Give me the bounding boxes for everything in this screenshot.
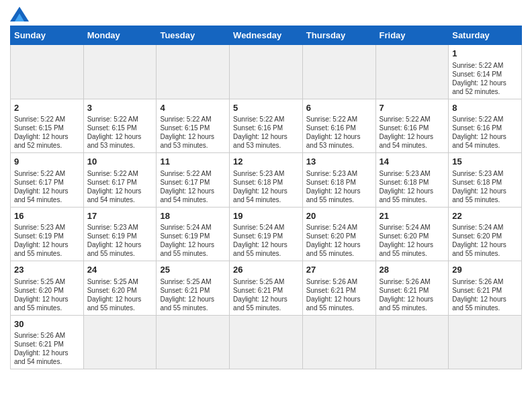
day-info: Sunrise: 5:22 AM Sunset: 6:17 PM Dayligh… [14,169,80,204]
calendar-cell: 11Sunrise: 5:22 AM Sunset: 6:17 PM Dayli… [157,153,230,208]
day-number: 27 [306,264,372,276]
day-number: 29 [452,264,518,276]
day-info: Sunrise: 5:24 AM Sunset: 6:20 PM Dayligh… [452,223,518,258]
day-info: Sunrise: 5:23 AM Sunset: 6:18 PM Dayligh… [233,169,299,204]
day-number: 2 [14,102,80,114]
calendar-cell: 17Sunrise: 5:23 AM Sunset: 6:19 PM Dayli… [83,207,157,261]
day-number: 30 [14,318,80,330]
day-info: Sunrise: 5:24 AM Sunset: 6:19 PM Dayligh… [160,223,226,258]
calendar-cell: 23Sunrise: 5:25 AM Sunset: 6:20 PM Dayli… [11,261,84,316]
day-info: Sunrise: 5:24 AM Sunset: 6:19 PM Dayligh… [233,223,299,258]
calendar-week-row: 30Sunrise: 5:26 AM Sunset: 6:21 PM Dayli… [11,315,522,369]
day-info: Sunrise: 5:23 AM Sunset: 6:19 PM Dayligh… [87,223,153,258]
calendar-cell: 10Sunrise: 5:22 AM Sunset: 6:17 PM Dayli… [83,153,157,208]
day-info: Sunrise: 5:25 AM Sunset: 6:21 PM Dayligh… [160,277,226,312]
calendar-cell [157,315,230,369]
day-number: 17 [87,210,153,222]
calendar-cell: 5Sunrise: 5:22 AM Sunset: 6:16 PM Daylig… [230,99,303,153]
calendar-cell: 24Sunrise: 5:25 AM Sunset: 6:20 PM Dayli… [83,261,157,316]
day-number: 16 [14,210,80,222]
day-info: Sunrise: 5:22 AM Sunset: 6:17 PM Dayligh… [87,169,153,204]
calendar-cell [302,315,375,369]
day-info: Sunrise: 5:26 AM Sunset: 6:21 PM Dayligh… [306,277,372,312]
day-info: Sunrise: 5:22 AM Sunset: 6:16 PM Dayligh… [452,115,518,150]
day-info: Sunrise: 5:22 AM Sunset: 6:15 PM Dayligh… [160,115,226,150]
day-number: 13 [306,156,372,168]
calendar-cell: 19Sunrise: 5:24 AM Sunset: 6:19 PM Dayli… [230,207,303,261]
calendar-header-row: SundayMondayTuesdayWednesdayThursdayFrid… [11,26,522,45]
calendar-cell: 15Sunrise: 5:23 AM Sunset: 6:18 PM Dayli… [449,153,522,208]
calendar-cell [157,45,230,99]
day-info: Sunrise: 5:23 AM Sunset: 6:18 PM Dayligh… [306,169,372,204]
weekday-header-thursday: Thursday [302,26,375,45]
day-number: 26 [233,264,299,276]
day-number: 7 [380,102,445,114]
day-info: Sunrise: 5:23 AM Sunset: 6:18 PM Dayligh… [380,169,445,204]
calendar-cell: 21Sunrise: 5:24 AM Sunset: 6:20 PM Dayli… [375,207,449,261]
calendar-cell: 18Sunrise: 5:24 AM Sunset: 6:19 PM Dayli… [157,207,230,261]
day-info: Sunrise: 5:22 AM Sunset: 6:16 PM Dayligh… [306,115,372,150]
calendar-cell: 20Sunrise: 5:24 AM Sunset: 6:20 PM Dayli… [302,207,375,261]
day-number: 15 [452,156,518,168]
weekday-header-wednesday: Wednesday [230,26,303,45]
day-info: Sunrise: 5:22 AM Sunset: 6:15 PM Dayligh… [14,115,80,150]
weekday-header-monday: Monday [83,26,157,45]
weekday-header-saturday: Saturday [449,26,522,45]
calendar-cell: 12Sunrise: 5:23 AM Sunset: 6:18 PM Dayli… [230,153,303,208]
day-info: Sunrise: 5:22 AM Sunset: 6:17 PM Dayligh… [160,169,226,204]
day-number: 3 [87,102,153,114]
calendar-cell [83,45,157,99]
day-number: 22 [452,210,518,222]
day-info: Sunrise: 5:22 AM Sunset: 6:14 PM Dayligh… [452,61,518,96]
calendar-cell [302,45,375,99]
calendar-cell: 22Sunrise: 5:24 AM Sunset: 6:20 PM Dayli… [449,207,522,261]
calendar-week-row: 9Sunrise: 5:22 AM Sunset: 6:17 PM Daylig… [11,153,522,208]
day-number: 8 [452,102,518,114]
weekday-header-sunday: Sunday [11,26,84,45]
calendar-cell: 2Sunrise: 5:22 AM Sunset: 6:15 PM Daylig… [11,99,84,153]
day-info: Sunrise: 5:22 AM Sunset: 6:16 PM Dayligh… [380,115,445,150]
day-info: Sunrise: 5:25 AM Sunset: 6:20 PM Dayligh… [14,277,80,312]
day-number: 19 [233,210,299,222]
generalblue-logo-icon [10,7,29,21]
calendar-cell: 3Sunrise: 5:22 AM Sunset: 6:15 PM Daylig… [83,99,157,153]
calendar-cell: 6Sunrise: 5:22 AM Sunset: 6:16 PM Daylig… [302,99,375,153]
weekday-header-friday: Friday [375,26,449,45]
day-number: 18 [160,210,226,222]
day-number: 25 [160,264,226,276]
calendar-cell: 28Sunrise: 5:26 AM Sunset: 6:21 PM Dayli… [375,261,449,316]
day-info: Sunrise: 5:26 AM Sunset: 6:21 PM Dayligh… [14,331,80,366]
day-info: Sunrise: 5:22 AM Sunset: 6:16 PM Dayligh… [233,115,299,150]
calendar-cell: 9Sunrise: 5:22 AM Sunset: 6:17 PM Daylig… [11,153,84,208]
day-number: 6 [306,102,372,114]
calendar-week-row: 23Sunrise: 5:25 AM Sunset: 6:20 PM Dayli… [11,261,522,316]
day-number: 28 [380,264,445,276]
calendar-cell: 7Sunrise: 5:22 AM Sunset: 6:16 PM Daylig… [375,99,449,153]
calendar-cell [375,45,449,99]
calendar-cell [230,45,303,99]
calendar-cell: 8Sunrise: 5:22 AM Sunset: 6:16 PM Daylig… [449,99,522,153]
day-info: Sunrise: 5:22 AM Sunset: 6:15 PM Dayligh… [87,115,153,150]
day-number: 12 [233,156,299,168]
calendar-cell [83,315,157,369]
calendar-cell [375,315,449,369]
day-info: Sunrise: 5:26 AM Sunset: 6:21 PM Dayligh… [380,277,445,312]
day-number: 21 [380,210,445,222]
day-number: 20 [306,210,372,222]
day-info: Sunrise: 5:25 AM Sunset: 6:21 PM Dayligh… [233,277,299,312]
day-number: 24 [87,264,153,276]
day-info: Sunrise: 5:24 AM Sunset: 6:20 PM Dayligh… [306,223,372,258]
calendar-cell: 4Sunrise: 5:22 AM Sunset: 6:15 PM Daylig… [157,99,230,153]
day-number: 4 [160,102,226,114]
calendar-cell: 30Sunrise: 5:26 AM Sunset: 6:21 PM Dayli… [11,315,84,369]
day-number: 1 [452,48,518,60]
weekday-header-tuesday: Tuesday [157,26,230,45]
calendar-cell: 29Sunrise: 5:26 AM Sunset: 6:21 PM Dayli… [449,261,522,316]
calendar-cell: 1Sunrise: 5:22 AM Sunset: 6:14 PM Daylig… [449,45,522,99]
calendar-cell: 26Sunrise: 5:25 AM Sunset: 6:21 PM Dayli… [230,261,303,316]
calendar-cell [230,315,303,369]
day-info: Sunrise: 5:23 AM Sunset: 6:18 PM Dayligh… [452,169,518,204]
day-info: Sunrise: 5:23 AM Sunset: 6:19 PM Dayligh… [14,223,80,258]
day-info: Sunrise: 5:26 AM Sunset: 6:21 PM Dayligh… [452,277,518,312]
calendar-cell [449,315,522,369]
